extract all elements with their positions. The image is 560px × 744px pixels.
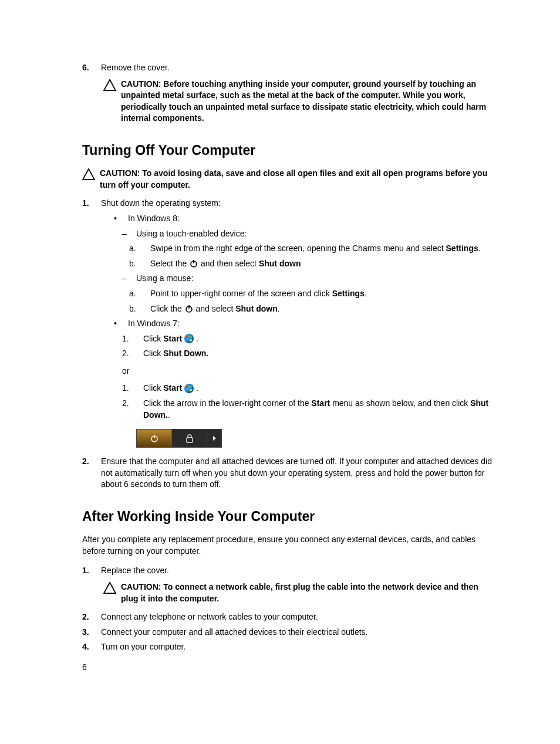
step-1-shutdown-os: 1. Shut down the operating system: • In … (82, 198, 495, 452)
letter-b: b. (129, 303, 150, 315)
win7-2-text: Click Shut Down. (143, 348, 208, 360)
step-2-text: Ensure that the computer and all attache… (101, 456, 495, 491)
step-2-ensure-off: 2. Ensure that the computer and all atta… (82, 456, 495, 491)
caution-label: CAUTION: (121, 582, 161, 591)
after-paragraph: After you complete any replacement proce… (82, 534, 495, 557)
step-6: 6. Remove the cover. (82, 62, 495, 74)
after-4-number: 4. (82, 641, 101, 653)
mouse-step-b: b. Click the and select Shut down. (129, 303, 495, 315)
lock-segment (172, 430, 207, 447)
page-number: 6 (82, 662, 87, 674)
mouse-step-a: a. Point to upper-right corner of the sc… (129, 288, 495, 300)
win7b-step-2: 2. Click the arrow in the lower-right co… (122, 398, 495, 421)
shutdown-split-button (136, 429, 222, 448)
mouse-b-text: Click the and select Shut down. (150, 303, 280, 315)
caution-network-text: CAUTION: To connect a network cable, fir… (121, 581, 495, 604)
heading-turning-off: Turning Off Your Computer (82, 141, 495, 160)
power-icon (189, 259, 198, 268)
bullet-windows7: • In Windows 7: (114, 318, 495, 330)
shutdown-bar-container (101, 424, 495, 452)
touch-b-text: Select the and then select Shut down (150, 258, 301, 270)
num-1: 1. (122, 383, 143, 394)
caution-icon (103, 581, 121, 604)
after-2-number: 2. (82, 611, 101, 623)
num-2: 2. (122, 348, 143, 360)
after-3-number: 3. (82, 627, 101, 638)
bullet-windows8: • In Windows 8: (114, 213, 495, 225)
after-2-text: Connect any telephone or network cables … (101, 611, 495, 623)
num-2: 2. (122, 398, 143, 421)
step-2-number: 2. (82, 456, 101, 491)
after-step-4: 4. Turn on your computer. (82, 641, 495, 653)
power-icon (184, 304, 194, 313)
dash-mark: – (122, 228, 136, 240)
windows8-label: In Windows 8: (128, 213, 180, 225)
bullet-dot: • (114, 318, 128, 330)
touch-step-b: b. Select the and then select Shut down (129, 258, 495, 270)
windows7-label: In Windows 7: (128, 318, 180, 330)
dash-mouse: – Using a mouse: (122, 273, 495, 285)
num-1: 1. (122, 333, 143, 345)
letter-a: a. (129, 243, 150, 255)
after-step-3: 3. Connect your computer and all attache… (82, 627, 495, 638)
win7b-2-text: Click the arrow in the lower-right corne… (143, 398, 495, 421)
caution-network-cable: CAUTION: To connect a network cable, fir… (103, 581, 495, 604)
win7-1-text: Click Start . (143, 333, 198, 345)
page: 6. Remove the cover. CAUTION: Before tou… (0, 0, 560, 744)
caution-icon (103, 79, 121, 124)
caution-body: To connect a network cable, first plug t… (121, 582, 478, 603)
heading-after-working: After Working Inside Your Computer (82, 507, 495, 526)
letter-b: b. (129, 258, 150, 270)
after-3-text: Connect your computer and all attached d… (101, 627, 495, 638)
dash-mark: – (122, 273, 136, 285)
after-1-number: 1. (82, 565, 101, 577)
step-6-text: Remove the cover. (101, 62, 495, 74)
arrow-segment (207, 430, 221, 447)
or-text: or (122, 366, 495, 377)
step-1-number: 1. (82, 198, 101, 452)
caution-label: CAUTION: (121, 79, 161, 89)
caution-icon (82, 168, 100, 191)
start-orb-icon (184, 384, 194, 393)
dash-touch: – Using a touch-enabled device: (122, 228, 495, 240)
step-1-text: Shut down the operating system: (101, 198, 495, 209)
win7-step-2: 2. Click Shut Down. (122, 348, 495, 360)
letter-a: a. (129, 288, 150, 300)
after-step-2: 2. Connect any telephone or network cabl… (82, 611, 495, 623)
touch-step-a: a. Swipe in from the right edge of the s… (129, 243, 495, 255)
caution-body: To avoid losing data, save and close all… (100, 168, 487, 190)
after-step-1: 1. Replace the cover. (82, 565, 495, 577)
caution-save-data: CAUTION: To avoid losing data, save and … (82, 168, 495, 191)
caution-ground-yourself: CAUTION: Before touching anything inside… (103, 79, 495, 124)
bullet-dot: • (114, 213, 128, 225)
caution-save-text: CAUTION: To avoid losing data, save and … (100, 168, 495, 191)
caution-body: Before touching anything inside your com… (121, 79, 486, 123)
touch-a-text: Swipe in from the right edge of the scre… (150, 243, 481, 255)
after-4-text: Turn on your computer. (101, 641, 495, 653)
svg-rect-6 (187, 438, 193, 442)
win7-step-1: 1. Click Start . (122, 333, 495, 345)
start-orb-icon (184, 334, 194, 343)
mouse-a-text: Point to upper-right corner of the scree… (150, 288, 367, 300)
touch-label: Using a touch-enabled device: (136, 228, 247, 240)
win7b-1-text: Click Start . (143, 383, 198, 394)
caution-label: CAUTION: (100, 168, 140, 178)
mouse-label: Using a mouse: (136, 273, 193, 285)
after-1-text: Replace the cover. (101, 565, 495, 577)
step-6-number: 6. (82, 62, 101, 74)
caution-ground-text: CAUTION: Before touching anything inside… (121, 79, 495, 124)
power-segment (137, 430, 172, 447)
win7b-step-1: 1. Click Start . (122, 383, 495, 394)
